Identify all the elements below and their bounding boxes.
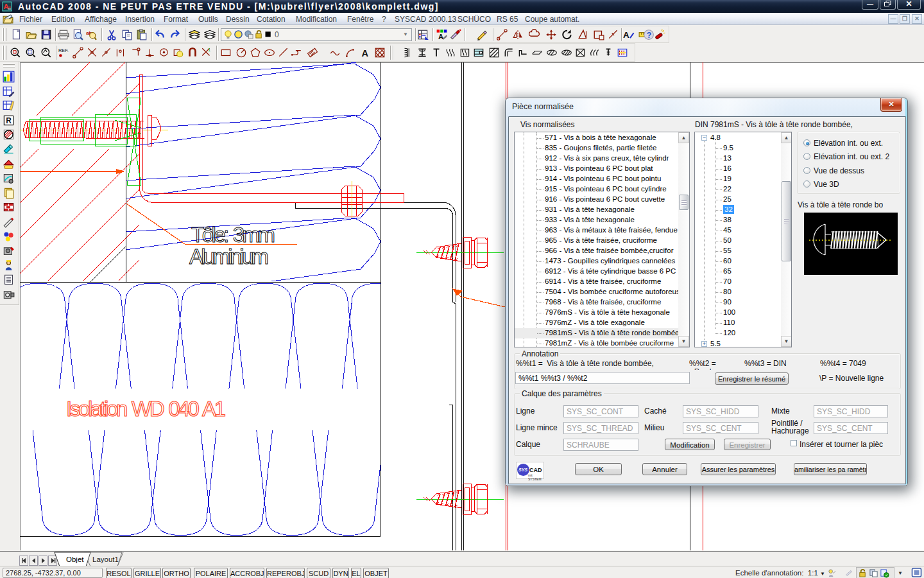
svg-text:Aluminium: Aluminium: [189, 245, 269, 268]
svg-text:REF.: REF.: [58, 48, 69, 53]
svg-text:A: A: [623, 30, 629, 40]
svg-text:?: ?: [647, 31, 652, 40]
svg-text:Isolation WD 040 A1: Isolation WD 040 A1: [66, 397, 226, 421]
svg-text:Layout1: Layout1: [92, 556, 119, 563]
svg-text:1: 1: [208, 48, 210, 52]
svg-text:Objet: Objet: [66, 556, 84, 563]
svg-text:A: A: [361, 48, 368, 58]
svg-text:R: R: [6, 116, 12, 125]
svg-text:A: A: [438, 33, 443, 40]
svg-text:Tôle: 3mm: Tôle: 3mm: [191, 223, 275, 247]
